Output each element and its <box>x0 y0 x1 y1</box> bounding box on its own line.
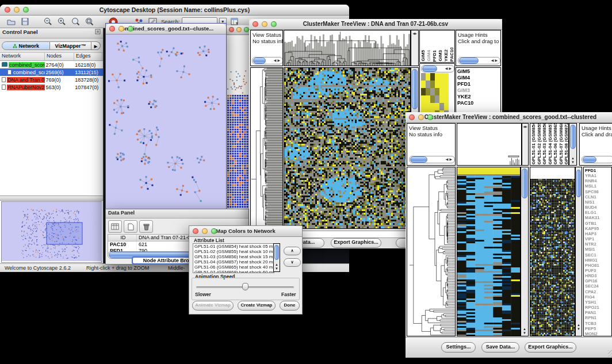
network-table-header: Network Nodes Edges <box>0 53 103 61</box>
scroll-arrows-icon[interactable]: ▲▼ <box>576 323 582 331</box>
scroll-arrows-icon[interactable]: ▲▼ <box>569 156 576 164</box>
tab-network[interactable]: Network <box>2 41 50 50</box>
minimize-button[interactable] <box>202 228 208 234</box>
attribute-list-item[interactable]: GPL51-02 (GSM855) heat shock 10 min <box>193 249 274 254</box>
attribute-list-item[interactable]: GPL51-06 (GSM865) heat shock 40 min <box>193 265 274 270</box>
tv2-hints-scrollbar[interactable] <box>582 156 612 163</box>
gene-label: ELG1 <box>584 210 611 215</box>
move-down-button[interactable]: ∨ <box>284 258 301 267</box>
close-button[interactable] <box>229 27 234 32</box>
panel-splitter[interactable] <box>0 196 103 201</box>
minimize-button[interactable] <box>262 21 267 27</box>
zoom-out-icon[interactable] <box>43 17 53 27</box>
animate-vizmap-button[interactable]: Animate Vizmap <box>192 301 234 311</box>
tab-vizmapper[interactable]: VizMapper™ <box>50 41 91 50</box>
attribute-list-item[interactable]: GPL51-01 (GSM854) heat shock 05 min <box>193 244 274 249</box>
zoom-button[interactable] <box>271 21 277 27</box>
tv1-column-dendrogram[interactable] <box>284 30 411 66</box>
status-zoom-hint: Right-click + drag to ZOOM <box>86 265 149 271</box>
scroll-arrows-icon[interactable]: ▲▼ <box>521 327 528 335</box>
tv1-row-dendrogram[interactable] <box>250 67 283 229</box>
attribute-list-item[interactable]: GPL51-04 (GSM857) heat shock 20 min <box>193 259 274 265</box>
close-button[interactable] <box>5 7 10 13</box>
treeview2-titlebar[interactable]: ClusterMaker TreeView : combined_scores_… <box>406 112 612 123</box>
tv2-gene-list[interactable]: PFD1YRA1RNR4MSL1SPC98CLN1NIS1BUD4ELG1MAK… <box>583 167 612 336</box>
close-button[interactable] <box>193 228 198 234</box>
attribute-list-item[interactable]: GPL51-07 (GSM868) heat shock 60 min <box>193 270 274 273</box>
minimize-button[interactable] <box>118 26 124 32</box>
mini-heatmap-cell <box>421 103 426 110</box>
tab-overflow-arrow[interactable]: ▶ <box>91 41 101 50</box>
zoom-selected-icon[interactable] <box>84 17 94 27</box>
network-tree-row[interactable]: combined_scores2764(0)16218(0) <box>0 61 103 68</box>
tv1-hints-scrollbar[interactable]: ◀▶ <box>458 57 500 64</box>
close-button[interactable] <box>109 26 115 32</box>
tv2-heatmap-scrollbar[interactable]: ▲▼ <box>521 167 529 336</box>
network-tree-row[interactable]: combined_sco2569(6)13112(15) <box>0 68 103 76</box>
tv2-settings-button[interactable]: Settings... <box>441 342 476 352</box>
zoom-button[interactable] <box>128 26 133 32</box>
zoom-fit-icon[interactable] <box>70 17 81 27</box>
scroll-arrows-icon[interactable]: ◀▶ <box>274 58 281 62</box>
strip-arrows-icon[interactable]: ◀▶ <box>411 30 418 35</box>
tv2-secondary-heatmap[interactable] <box>530 167 575 336</box>
tv2-labels-scrollbar[interactable]: ▲▼ <box>569 123 577 166</box>
open-icon[interactable] <box>6 17 16 27</box>
zoom-in-icon[interactable] <box>56 17 67 27</box>
float-panel-icon[interactable] <box>95 29 101 37</box>
zoom-button[interactable] <box>244 27 249 32</box>
scroll-arrows-icon[interactable]: ◀▶ <box>445 66 453 70</box>
done-button[interactable]: Done <box>280 301 300 311</box>
scroll-arrows-icon[interactable]: ◀▶ <box>446 157 453 161</box>
close-button[interactable] <box>253 21 258 27</box>
strip-arrows-icon[interactable]: ◀▶ <box>522 124 528 128</box>
zoom-button[interactable] <box>211 228 217 234</box>
mini-heatmap-cell <box>426 88 430 95</box>
delete-attribute-icon[interactable] <box>139 220 153 233</box>
tv1-mini-scrollbar[interactable]: ◀▶ <box>421 65 454 72</box>
minimize-button[interactable] <box>418 114 424 120</box>
dialog-titlebar[interactable]: Map Colors to Network <box>189 226 302 237</box>
tv2-status-scrollbar[interactable]: ◀▶ <box>409 156 455 163</box>
network-tree-row[interactable]: RNAPuberNov2+563(0)107847(0) <box>0 83 103 91</box>
main-titlebar[interactable]: Cytoscape Desktop (Session Name: collins… <box>0 5 349 16</box>
tv2-secondary-scrollbar[interactable]: ▲▼ <box>575 167 582 336</box>
zoom-button[interactable] <box>23 7 29 13</box>
tv1-export-graphics-button[interactable]: Export Graphics... <box>331 238 381 248</box>
network-window-titlebar[interactable]: combined_scores_good.txt--cluste... <box>106 24 226 35</box>
tv2-row-dendrogram[interactable] <box>407 167 456 336</box>
column-label: GPL51-04 (GSM857) <box>548 123 553 164</box>
gene-label: PHO81 <box>584 263 611 268</box>
scroll-arrows-icon[interactable]: ◀▶ <box>491 58 499 62</box>
slider-thumb[interactable] <box>242 283 248 290</box>
tv1-mini-heatmap[interactable] <box>421 73 449 118</box>
network-overview-thumbnail[interactable] <box>1 201 102 263</box>
tv2-heatmap[interactable] <box>457 167 521 336</box>
tv2-column-dendrogram[interactable] <box>457 123 522 166</box>
attribute-list[interactable]: GPL51-01 (GSM854) heat shock 05 minGPL51… <box>193 243 274 273</box>
new-attribute-icon[interactable] <box>124 220 137 233</box>
minimize-button[interactable] <box>236 27 242 32</box>
select-attributes-icon[interactable] <box>108 220 122 233</box>
window-controls[interactable] <box>5 7 29 13</box>
network-tree-row[interactable]: DNA and Tran 07769(0)183728(0) <box>0 76 103 83</box>
gene-label: GIM4 <box>456 75 500 81</box>
zoom-button[interactable] <box>427 114 433 120</box>
network-graph-view[interactable] <box>106 35 226 209</box>
resize-grip[interactable] <box>608 350 612 357</box>
attribute-list-item[interactable]: GPL51-03 (GSM856) heat shock 15 min <box>193 254 274 259</box>
create-vizmap-button[interactable]: Create Vizmap <box>238 301 276 311</box>
move-up-button[interactable]: ∧ <box>284 247 301 255</box>
mini-heatmap-cell <box>421 81 426 88</box>
tv1-status-scrollbar[interactable]: ◀▶ <box>252 57 283 64</box>
scroll-arrows-icon[interactable]: ▲▼ <box>274 263 280 271</box>
close-button[interactable] <box>409 114 415 120</box>
minimize-button[interactable] <box>14 7 20 13</box>
treeview1-titlebar[interactable]: ClusterMaker TreeView : DNA and Tran 07-… <box>249 19 502 30</box>
tv2-save-data-button[interactable]: Save Data... <box>481 342 519 352</box>
tv1-heatmap[interactable] <box>284 67 411 229</box>
save-icon[interactable] <box>20 17 30 27</box>
tv2-export-graphics-button[interactable]: Export Graphics... <box>525 342 576 352</box>
dialog-list-scrollbar[interactable]: ▲▼ <box>273 243 280 272</box>
slower-label: Slower <box>195 292 211 297</box>
